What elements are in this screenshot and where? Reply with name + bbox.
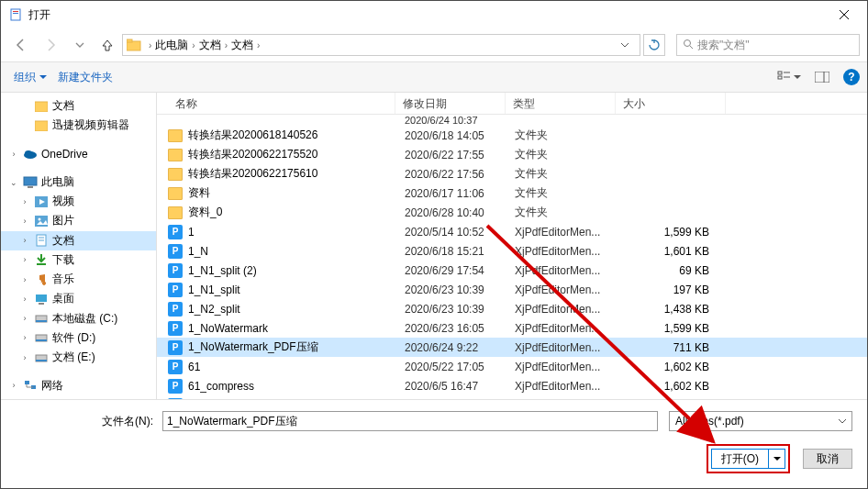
- file-row[interactable]: P612020/5/22 17:05XjPdfEditorMen...1,602…: [157, 357, 867, 376]
- chevron-down-icon[interactable]: ⌄: [8, 178, 19, 187]
- col-date[interactable]: 修改日期: [395, 93, 506, 114]
- documents-icon: [34, 233, 49, 248]
- file-list[interactable]: 2020/6/24 10:37 转换结果202006181405262020/6…: [157, 115, 867, 399]
- col-name[interactable]: 名称: [157, 93, 395, 114]
- folder-icon: [127, 38, 141, 52]
- col-type[interactable]: 类型: [506, 93, 616, 114]
- file-row[interactable]: P1_N2_split2020/6/23 10:39XjPdfEditorMen…: [157, 299, 867, 318]
- view-options[interactable]: [777, 67, 801, 87]
- filetype-dropdown[interactable]: All Files(*.pdf): [669, 411, 852, 431]
- nav-back[interactable]: [8, 32, 34, 58]
- chevron-right-icon[interactable]: ›: [19, 314, 30, 323]
- svg-rect-38: [25, 381, 29, 384]
- file-row[interactable]: 资料2020/6/17 11:06文件夹: [157, 183, 867, 203]
- tree-local-c[interactable]: ›本地磁盘 (C:): [1, 308, 156, 328]
- search-placeholder: 搜索"文档": [697, 38, 750, 53]
- disk-icon: [34, 350, 49, 365]
- file-type: XjPdfEditorMen...: [515, 341, 625, 354]
- nav-forward[interactable]: [38, 32, 63, 58]
- chevron-right-icon[interactable]: ›: [19, 333, 30, 342]
- open-dropdown[interactable]: [768, 450, 785, 468]
- chevron-right-icon[interactable]: ›: [19, 295, 30, 304]
- chevron-right-icon[interactable]: ›: [8, 150, 19, 159]
- organize-menu[interactable]: 组织: [8, 66, 52, 89]
- tree-downloads[interactable]: ›下载: [1, 250, 156, 270]
- filename-label: 文件名(N):: [16, 414, 157, 429]
- nav-recent[interactable]: [67, 32, 93, 58]
- file-type: XjPdfEditorMen...: [515, 245, 625, 258]
- file-row[interactable]: 转换结果202006181405262020/6/18 14:05文件夹: [157, 126, 867, 145]
- svg-rect-6: [127, 39, 132, 42]
- preview-pane-button[interactable]: [810, 67, 834, 87]
- file-name: 1: [188, 226, 195, 239]
- file-row[interactable]: P12020/5/14 10:52XjPdfEditorMen...1,599 …: [157, 222, 867, 241]
- close-icon: [840, 10, 849, 19]
- tree-thispc[interactable]: ⌄此电脑: [1, 172, 156, 192]
- file-row[interactable]: P61_compress_new2020/6/9 18:13XjPdfEdito…: [157, 395, 867, 399]
- tree-video[interactable]: ›视频: [1, 192, 156, 211]
- file-type: 文件夹: [515, 166, 625, 182]
- tree-xunjie[interactable]: 迅捷视频剪辑器: [1, 116, 156, 135]
- tree-documents[interactable]: ›文档: [1, 231, 156, 250]
- breadcrumb-p1[interactable]: 文档: [199, 38, 221, 53]
- chevron-right-icon[interactable]: ›: [8, 381, 19, 390]
- nav-row: › 此电脑 › 文档 › 文档 › 搜索"文档": [1, 28, 867, 61]
- file-date: 2020/6/23 10:39: [405, 283, 515, 296]
- folder-icon: [168, 129, 183, 142]
- svg-point-24: [39, 217, 41, 220]
- search-icon: [683, 39, 694, 52]
- svg-point-7: [684, 39, 691, 46]
- file-row[interactable]: P61_compress2020/6/5 16:47XjPdfEditorMen…: [157, 376, 867, 395]
- file-row[interactable]: P1_N1_split (2)2020/6/29 17:54XjPdfEdito…: [157, 261, 867, 280]
- nav-up[interactable]: [96, 32, 118, 58]
- file-row[interactable]: 转换结果202006221755202020/6/22 17:55文件夹: [157, 145, 867, 164]
- file-row[interactable]: 转换结果202006221756102020/6/22 17:56文件夹: [157, 164, 867, 183]
- tree-soft-d[interactable]: ›软件 (D:): [1, 328, 156, 348]
- file-date: 2020/6/22 17:56: [405, 168, 515, 181]
- file-date: 2020/6/24 9:22: [405, 341, 515, 354]
- filename-input[interactable]: [162, 411, 658, 431]
- download-icon: [34, 252, 49, 267]
- file-row[interactable]: P1_N2020/6/18 15:21XjPdfEditorMen...1,60…: [157, 241, 867, 261]
- breadcrumb-p2[interactable]: 文档: [231, 38, 253, 53]
- tree-docs[interactable]: 文档: [1, 96, 156, 116]
- file-pane: 名称 修改日期 类型 大小 2020/6/24 10:37 转换结果202006…: [157, 93, 867, 399]
- breadcrumb-dropdown[interactable]: [614, 34, 636, 56]
- chevron-right-icon[interactable]: ›: [19, 236, 30, 245]
- tree-pictures[interactable]: ›图片: [1, 211, 156, 230]
- new-folder-button[interactable]: 新建文件夹: [52, 66, 118, 89]
- tree-onedrive[interactable]: ›OneDrive: [1, 144, 156, 163]
- tree-music[interactable]: ›音乐: [1, 270, 156, 289]
- chevron-right-icon[interactable]: ›: [19, 197, 30, 206]
- network-icon: [23, 378, 38, 393]
- svg-rect-15: [35, 102, 48, 112]
- search-input[interactable]: 搜索"文档": [676, 34, 860, 56]
- cancel-button[interactable]: 取消: [803, 449, 852, 469]
- file-row[interactable]: P1_NoWatermark_PDF压缩2020/6/24 9:22XjPdfE…: [157, 338, 867, 357]
- col-size[interactable]: 大小: [616, 93, 726, 114]
- file-type: XjPdfEditorMen...: [515, 399, 625, 400]
- tree-docs-e[interactable]: ›文档 (E:): [1, 348, 156, 367]
- file-row[interactable]: P1_NoWatermark2020/6/23 16:05XjPdfEditor…: [157, 318, 867, 338]
- refresh-button[interactable]: [643, 34, 665, 56]
- help-button[interactable]: ?: [843, 69, 860, 85]
- file-row[interactable]: P1_N1_split2020/6/23 10:39XjPdfEditorMen…: [157, 280, 867, 299]
- chevron-right-icon[interactable]: ›: [19, 353, 30, 362]
- file-row-partial[interactable]: 2020/6/24 10:37: [157, 115, 867, 126]
- tree-network[interactable]: ›网络: [1, 376, 156, 395]
- disk-icon: [34, 330, 49, 345]
- pdf-icon: P: [168, 340, 183, 355]
- tree-desktop[interactable]: ›桌面: [1, 289, 156, 308]
- desktop-icon: [34, 292, 49, 306]
- folder-icon: [168, 149, 183, 161]
- app-icon: [8, 7, 23, 22]
- breadcrumb[interactable]: › 此电脑 › 文档 › 文档 ›: [122, 34, 640, 56]
- chevron-right-icon[interactable]: ›: [19, 217, 30, 226]
- file-row[interactable]: 资料_02020/6/28 10:40文件夹: [157, 203, 867, 222]
- chevron-right-icon[interactable]: ›: [19, 275, 30, 284]
- breadcrumb-root[interactable]: 此电脑: [155, 38, 188, 53]
- file-name: 61_compress_new: [188, 399, 281, 400]
- chevron-right-icon[interactable]: ›: [19, 255, 30, 264]
- close-button[interactable]: [823, 1, 865, 28]
- open-button[interactable]: 打开(O): [711, 449, 785, 469]
